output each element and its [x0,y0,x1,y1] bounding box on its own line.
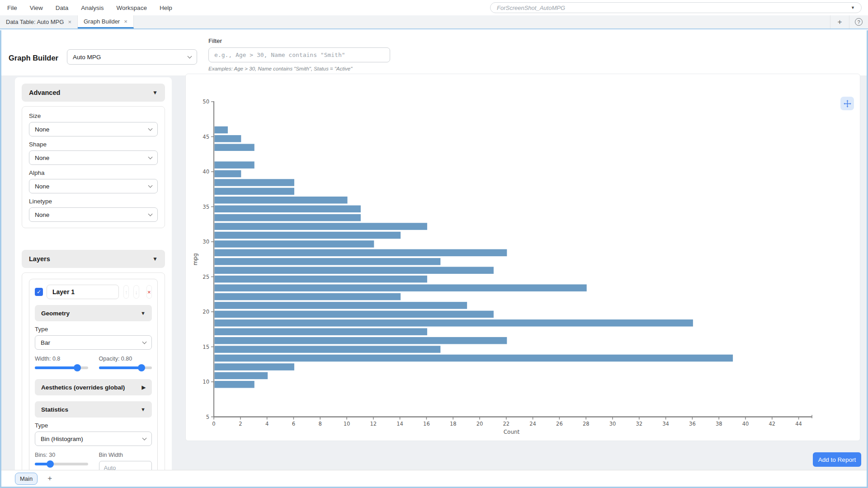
svg-text:30: 30 [203,239,209,245]
sidebar-panel: Advanced ▼ Size None Shape None Alpha No… [15,77,172,470]
close-icon[interactable]: × [68,19,71,25]
svg-text:14: 14 [396,421,403,427]
svg-text:2: 2 [239,421,242,427]
bottom-tab-main[interactable]: Main [15,473,38,485]
menu-analysis[interactable]: Analysis [81,5,110,11]
svg-text:16: 16 [423,421,430,427]
tab-data-table-label: Data Table: Auto MPG [6,19,64,25]
linetype-select-value: None [35,211,49,218]
filter-block: Filter Examples: Age > 30, Name contains… [208,38,390,71]
svg-text:0: 0 [212,421,215,427]
svg-text:30: 30 [609,421,616,427]
svg-text:34: 34 [662,421,669,427]
filter-examples: Examples: Age > 30, Name contains "Smith… [208,66,390,71]
layer-move-up-button[interactable]: ↑ [123,285,129,299]
menu-workspace[interactable]: Workspace [117,5,153,11]
workspace-name: ForScreenShot_AutoMPG [497,5,565,11]
statistics-type-value: Bin (Histogram) [41,436,83,442]
collapse-triangle-icon: ▼ [152,256,158,262]
layer-visible-checkbox[interactable]: ✓ [35,288,43,296]
svg-text:Count: Count [504,429,520,435]
slider-thumb[interactable] [138,364,145,371]
width-slider-label: Width: 0.8 [35,356,88,362]
svg-text:40: 40 [742,421,749,427]
linetype-label: Linetype [29,198,158,205]
menu-view[interactable]: View [30,5,49,11]
arrow-down-icon: ↓ [135,289,138,296]
size-select[interactable]: None [29,122,158,136]
tab-bar-controls: + ? [830,15,868,28]
filter-input[interactable] [208,47,390,62]
add-to-report-button[interactable]: Add to Report [813,452,861,467]
add-sheet-button[interactable]: + [47,474,52,483]
bin-width-input[interactable] [99,461,152,470]
layers-section-body: ✓ ↑ ↓ × Geometry ▼ T [22,272,165,470]
layer-name-input[interactable] [47,285,119,299]
alpha-select[interactable]: None [29,179,158,193]
aesthetics-section-header[interactable]: Aesthetics (overrides global) ▶ [35,379,152,395]
menu-data[interactable]: Data [56,5,75,11]
svg-text:20: 20 [203,309,209,315]
chevron-down-icon [142,436,147,440]
width-slider[interactable] [35,366,88,369]
help-button[interactable]: ? [849,15,868,28]
layer-move-down-button[interactable]: ↓ [133,285,139,299]
builder-header: Graph Builder Auto MPG Filter Examples: … [1,30,867,75]
statistics-section-title: Statistics [41,406,68,413]
svg-text:18: 18 [450,421,457,427]
bins-slider-label: Bins: 30 [35,452,88,458]
svg-text:10: 10 [203,379,209,385]
tab-data-table[interactable]: Data Table: Auto MPG × [0,15,78,28]
slider-thumb[interactable] [47,460,54,468]
linetype-select[interactable]: None [29,207,158,222]
svg-text:42: 42 [769,421,775,427]
layer-delete-button[interactable]: × [146,285,152,299]
menu-file[interactable]: File [7,5,24,11]
plus-icon: + [838,18,842,27]
content-area: Graph Builder Auto MPG Filter Examples: … [0,30,868,488]
shape-select-value: None [35,155,49,161]
opacity-slider[interactable] [99,366,152,369]
svg-text:4: 4 [265,421,269,427]
geometry-type-select[interactable]: Bar [35,335,152,350]
page-title: Graph Builder [9,54,58,62]
dataset-select[interactable]: Auto MPG [67,49,197,65]
arrow-up-icon: ↑ [125,289,128,296]
svg-text:50: 50 [203,99,209,105]
aesthetics-section-title: Aesthetics (overrides global) [41,384,125,391]
svg-text:10: 10 [344,421,350,427]
shape-select[interactable]: None [29,150,158,165]
svg-text:25: 25 [203,274,209,280]
advanced-section-header[interactable]: Advanced ▼ [22,84,165,102]
svg-text:28: 28 [583,421,590,427]
svg-text:45: 45 [203,134,209,140]
close-icon[interactable]: × [124,18,127,25]
chevron-down-icon [148,126,153,131]
geometry-section-title: Geometry [41,310,70,317]
collapse-triangle-icon: ▼ [141,310,146,316]
svg-text:38: 38 [716,421,722,427]
geometry-type-value: Bar [41,339,50,346]
svg-text:40: 40 [203,169,209,175]
bins-slider[interactable] [35,463,88,465]
layers-section-header[interactable]: Layers ▼ [22,250,165,268]
new-tab-button[interactable]: + [830,15,849,28]
svg-text:32: 32 [636,421,642,427]
menu-help[interactable]: Help [160,5,179,11]
svg-text:mpg: mpg [192,253,198,265]
filter-label: Filter [208,38,390,44]
tab-bar: Data Table: Auto MPG × Graph Builder × +… [0,15,868,29]
svg-text:6: 6 [292,421,295,427]
slider-thumb[interactable] [74,364,81,371]
svg-text:5: 5 [206,414,209,420]
collapse-triangle-icon: ▶ [142,385,146,390]
svg-text:22: 22 [503,421,509,427]
geometry-section-header[interactable]: Geometry ▼ [35,305,152,321]
workspace-name-dropdown[interactable]: ForScreenShot_AutoMPG ▼ [490,2,862,13]
pan-tool-button[interactable] [840,97,854,110]
statistics-section-header[interactable]: Statistics ▼ [35,401,152,418]
tab-graph-builder[interactable]: Graph Builder × [78,15,134,28]
layer-row: ✓ ↑ ↓ × [35,285,152,299]
svg-text:8: 8 [319,421,322,427]
statistics-type-select[interactable]: Bin (Histogram) [35,432,152,446]
